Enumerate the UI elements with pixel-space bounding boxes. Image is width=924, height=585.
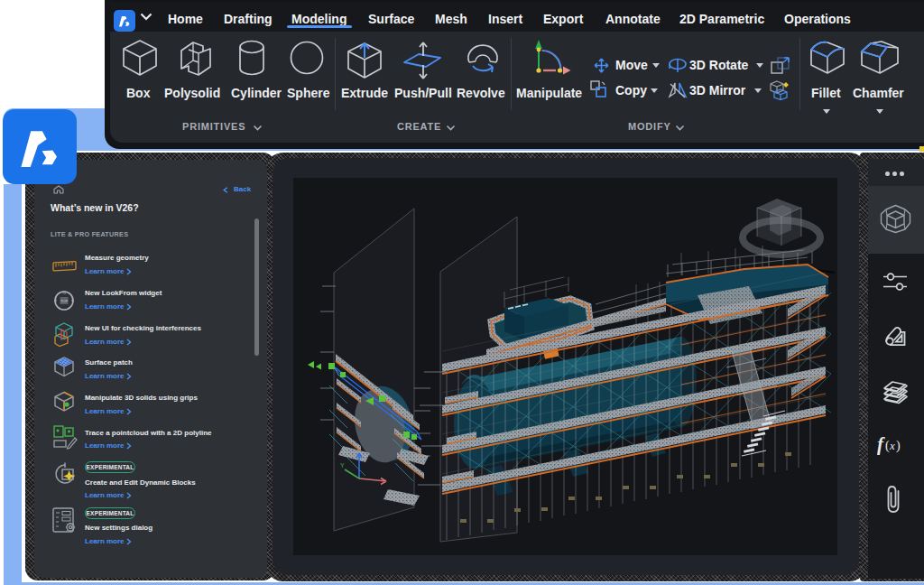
svg-text:Y: Y bbox=[340, 462, 345, 469]
svg-text:x: x bbox=[889, 439, 895, 452]
svg-text:N: N bbox=[62, 291, 65, 295]
svg-text:TOP: TOP bbox=[60, 299, 68, 303]
svg-text:f: f bbox=[877, 433, 885, 455]
svg-text:): ) bbox=[896, 439, 901, 453]
